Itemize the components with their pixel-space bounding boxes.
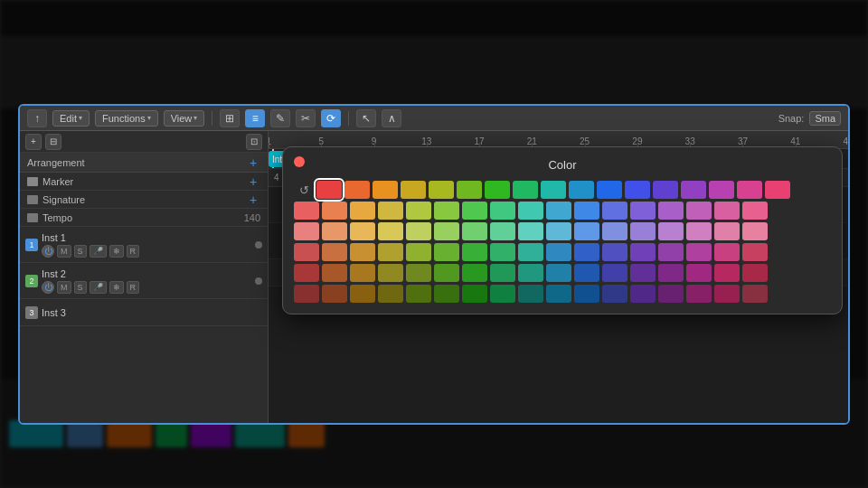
color-swatch-3-15[interactable]	[714, 243, 740, 261]
color-swatch-0-14[interactable]	[709, 181, 734, 199]
color-swatch-3-0[interactable]	[294, 243, 319, 261]
color-swatch-1-15[interactable]	[714, 202, 740, 220]
color-swatch-5-3[interactable]	[378, 285, 403, 303]
color-swatch-3-2[interactable]	[350, 243, 375, 261]
color-swatch-4-5[interactable]	[434, 264, 459, 282]
color-swatch-0-6[interactable]	[485, 181, 510, 199]
color-swatch-4-2[interactable]	[350, 264, 375, 282]
color-swatch-1-3[interactable]	[378, 202, 403, 220]
color-swatch-2-12[interactable]	[630, 222, 656, 240]
color-swatch-0-5[interactable]	[457, 181, 482, 199]
pencil-btn[interactable]: ✎	[270, 109, 290, 127]
expand-btn[interactable]: ⊡	[246, 134, 262, 150]
color-swatch-1-11[interactable]	[602, 202, 627, 220]
power-btn-2[interactable]: ⏻	[42, 281, 54, 294]
color-swatch-2-9[interactable]	[546, 222, 571, 240]
color-swatch-4-15[interactable]	[714, 264, 740, 282]
color-swatch-5-4[interactable]	[406, 285, 431, 303]
color-swatch-5-8[interactable]	[518, 285, 543, 303]
color-swatch-2-14[interactable]	[686, 222, 712, 240]
color-swatch-4-3[interactable]	[378, 264, 403, 282]
freeze-btn-2[interactable]: ❄	[109, 281, 124, 294]
color-swatch-4-11[interactable]	[602, 264, 627, 282]
pointer-btn[interactable]: ↖	[356, 109, 376, 127]
color-swatch-5-14[interactable]	[686, 285, 712, 303]
back-btn[interactable]: ↑	[27, 109, 47, 127]
color-swatch-2-0[interactable]	[294, 222, 319, 240]
color-swatch-1-6[interactable]	[462, 202, 487, 220]
color-swatch-3-7[interactable]	[490, 243, 515, 261]
color-swatch-0-8[interactable]	[541, 181, 566, 199]
color-swatch-1-8[interactable]	[518, 202, 543, 220]
solo-btn-2[interactable]: S	[74, 281, 87, 294]
color-swatch-0-9[interactable]	[569, 181, 594, 199]
color-swatch-1-10[interactable]	[574, 202, 599, 220]
color-swatch-2-15[interactable]	[714, 222, 740, 240]
color-swatch-0-13[interactable]	[681, 181, 706, 199]
color-swatch-2-7[interactable]	[490, 222, 515, 240]
color-swatch-1-0[interactable]	[294, 202, 319, 220]
marker-add-btn[interactable]: +	[246, 174, 260, 189]
color-swatch-5-5[interactable]	[434, 285, 459, 303]
color-swatch-3-12[interactable]	[630, 243, 656, 261]
color-swatch-2-10[interactable]	[574, 222, 599, 240]
color-swatch-4-6[interactable]	[462, 264, 487, 282]
freeze-btn-1[interactable]: ❄	[109, 245, 124, 258]
color-swatch-1-5[interactable]	[434, 202, 459, 220]
color-swatch-0-4[interactable]	[429, 181, 454, 199]
color-swatch-5-2[interactable]	[350, 285, 375, 303]
color-swatch-5-0[interactable]	[294, 285, 319, 303]
color-swatch-3-5[interactable]	[434, 243, 459, 261]
color-swatch-0-1[interactable]	[344, 181, 370, 199]
color-swatch-0-15[interactable]	[737, 181, 762, 199]
color-swatch-1-2[interactable]	[350, 202, 375, 220]
color-swatch-5-13[interactable]	[658, 285, 684, 303]
signature-add-btn[interactable]: +	[246, 192, 260, 207]
color-swatch-4-0[interactable]	[294, 264, 319, 282]
color-swatch-3-14[interactable]	[686, 243, 712, 261]
color-swatch-2-5[interactable]	[434, 222, 459, 240]
color-swatch-4-12[interactable]	[630, 264, 656, 282]
color-swatch-5-7[interactable]	[490, 285, 515, 303]
color-swatch-4-7[interactable]	[490, 264, 515, 282]
color-swatch-3-6[interactable]	[462, 243, 487, 261]
color-swatch-3-11[interactable]	[602, 243, 627, 261]
color-swatch-5-1[interactable]	[322, 285, 347, 303]
color-swatch-1-14[interactable]	[686, 202, 712, 220]
color-swatch-2-11[interactable]	[602, 222, 627, 240]
color-swatch-2-13[interactable]	[658, 222, 684, 240]
color-swatch-0-12[interactable]	[653, 181, 678, 199]
mute-btn-2[interactable]: M	[57, 281, 71, 294]
add-track-btn[interactable]: +	[25, 134, 42, 150]
color-swatch-1-4[interactable]	[406, 202, 431, 220]
edit-menu[interactable]: Edit ▾	[52, 110, 90, 127]
color-swatch-0-3[interactable]	[401, 181, 426, 199]
color-swatch-3-3[interactable]	[378, 243, 403, 261]
color-swatch-1-1[interactable]	[322, 202, 347, 220]
color-swatch-4-14[interactable]	[686, 264, 712, 282]
mute-btn-1[interactable]: M	[57, 245, 71, 258]
color-swatch-3-16[interactable]	[742, 243, 768, 261]
color-swatch-2-1[interactable]	[322, 222, 347, 240]
color-swatch-0-16[interactable]	[765, 181, 790, 199]
color-swatch-0-7[interactable]	[513, 181, 538, 199]
color-swatch-4-8[interactable]	[518, 264, 543, 282]
pencil2-btn[interactable]: ∧	[382, 109, 401, 127]
color-swatch-0-0[interactable]	[316, 181, 342, 199]
color-swatch-4-1[interactable]	[322, 264, 347, 282]
power-btn-1[interactable]: ⏻	[42, 245, 54, 258]
color-swatch-1-12[interactable]	[630, 202, 656, 220]
color-picker-close-btn[interactable]	[294, 156, 305, 167]
color-swatch-1-13[interactable]	[658, 202, 684, 220]
loop-btn[interactable]: ⟳	[321, 109, 341, 127]
scissors-btn[interactable]: ✂	[296, 109, 316, 127]
color-swatch-3-9[interactable]	[546, 243, 571, 261]
color-swatch-3-4[interactable]	[406, 243, 431, 261]
color-swatch-4-13[interactable]	[658, 264, 684, 282]
record-btn-2[interactable]: R	[127, 281, 140, 294]
color-swatch-5-6[interactable]	[462, 285, 487, 303]
input-btn-2[interactable]: 🎤	[90, 281, 107, 294]
view-menu[interactable]: View ▾	[164, 110, 205, 127]
grid-view-btn[interactable]: ⊞	[220, 109, 240, 127]
color-swatch-2-3[interactable]	[378, 222, 403, 240]
